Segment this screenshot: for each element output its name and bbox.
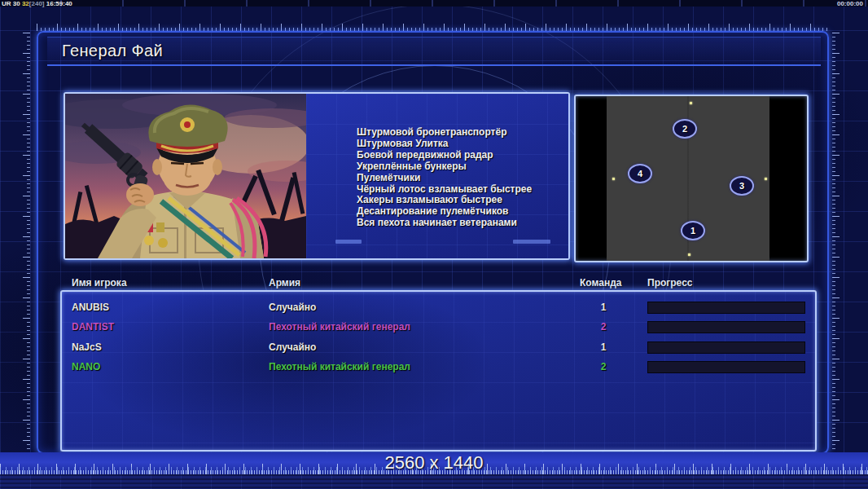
debug-stats-text: UR 30 32[240] 16:59:40 [2,1,72,7]
decorative-dash [513,240,550,244]
decorative-dash [335,240,362,244]
left-ruler [23,33,30,450]
game-timer: 00:00:00 [837,1,863,7]
resolution-label: 2560 x 1440 [0,452,868,474]
debug-bracket-value: [240] [29,0,45,7]
player-name: NaJcS [72,341,102,353]
player-army: Случайно [269,302,316,313]
player-team: 2 [583,321,624,333]
player-row: ANUBIS Случайно 1 [62,297,815,317]
column-header-team: Команда [580,277,621,289]
title-bar: Генерал Фай [47,37,821,66]
ability-item: Укреплённые бункеры [357,161,532,173]
minimap-star-dot [690,102,692,104]
column-header-army: Армия [269,277,300,289]
page-title: Генерал Фай [47,42,163,60]
debug-value: 32 [22,0,29,7]
loading-screen: UR 30 32[240] 16:59:40 00:00:00 Генерал … [0,0,868,489]
debug-clock: 16:59:40 [46,0,72,7]
general-portrait [65,94,306,258]
player-row: NaJcS Случайно 1 [62,337,815,357]
player-row: NANO Пехотный китайский генерал 2 [62,357,815,377]
ability-item: Боевой передвижной радар [357,150,532,161]
bottom-strip [0,474,868,489]
abilities-panel: Штурмовой бронетранспортёр Штурмовая Ули… [306,94,568,258]
start-position-marker: 1 [681,221,705,240]
player-team: 2 [583,361,624,372]
minimap-panel: 2 4 3 1 [574,95,809,262]
loading-progress-bar [647,361,805,373]
column-header-progress: Прогресс [647,277,692,289]
player-army: Случайно [269,341,316,353]
ability-item: Хакеры взламывают быстрее [357,195,532,206]
start-position-marker: 4 [628,164,652,183]
player-name: DANTIST [72,321,114,333]
top-strip [0,0,868,7]
minimap: 2 4 3 1 [576,96,807,261]
right-ruler [832,33,840,450]
loading-progress-bar [647,341,805,354]
start-position-marker: 2 [673,119,697,139]
player-team: 1 [583,341,624,353]
abilities-list: Штурмовой бронетранспортёр Штурмовая Ули… [357,127,532,229]
minimap-star-dot [765,178,767,180]
general-info-panel: Штурмовой бронетранспортёр Штурмовая Ули… [64,92,570,260]
top-ruler [37,24,827,31]
minimap-star-dot [688,253,690,256]
fps-counter: UR 30 [2,0,20,7]
loading-progress-bar [647,302,805,314]
player-team: 1 [583,302,624,313]
start-position-marker: 3 [730,176,754,196]
general-portrait-image [65,94,306,258]
player-name: NANO [72,361,100,372]
player-row: DANTIST Пехотный китайский генерал 2 [62,317,815,337]
player-army: Пехотный китайский генерал [269,321,410,333]
player-list-panel: ANUBIS Случайно 1 DANTIST Пехотный китай… [60,290,817,452]
column-header-player-name: Имя игрока [72,277,127,289]
loading-progress-bar [647,321,805,333]
ability-item: Вся пехота начинает ветеранами [357,218,532,229]
minimap-star-dot [612,178,615,180]
player-name: ANUBIS [72,302,109,313]
ability-item: Штурмовая Улитка [357,139,532,150]
ability-item: Пулемётчики [357,173,532,184]
player-army: Пехотный китайский генерал [269,361,410,372]
ability-item: Десантирование пулемётчиков [357,206,532,218]
ability-item: Штурмовой бронетранспортёр [357,127,532,139]
